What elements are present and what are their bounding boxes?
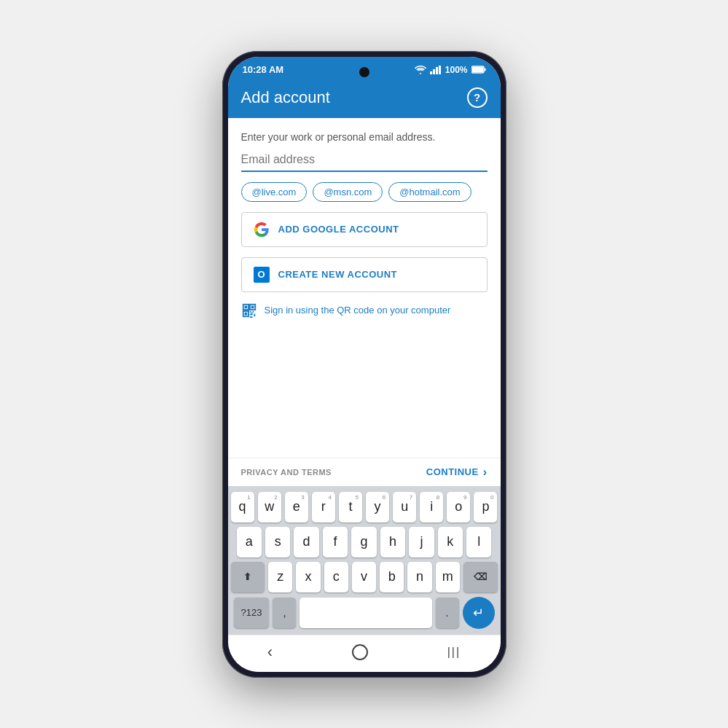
chip-live[interactable]: @live.com	[241, 182, 308, 202]
create-new-account-button[interactable]: O CREATE NEW ACCOUNT	[241, 257, 488, 292]
signal-icon	[430, 66, 442, 74]
key-r[interactable]: 4r	[312, 492, 335, 522]
keyboard-row-1: 1q 2w 3e 4r 5t 6y 7u 8i 9o 0p	[231, 492, 498, 522]
svg-rect-18	[249, 316, 252, 318]
app-bar: Add account ?	[228, 80, 501, 118]
continue-button[interactable]: CONTINUE ›	[426, 466, 488, 479]
email-input-wrapper[interactable]	[241, 153, 488, 172]
key-c[interactable]: c	[324, 562, 348, 592]
camera-notch	[359, 67, 369, 77]
key-o[interactable]: 9o	[447, 492, 470, 522]
key-d[interactable]: d	[294, 527, 318, 557]
key-j[interactable]: j	[409, 527, 434, 557]
key-t[interactable]: 5t	[339, 492, 362, 522]
svg-rect-16	[254, 313, 255, 316]
qr-signin-text: Sign in using the QR code on your comput…	[265, 305, 451, 316]
help-button[interactable]: ?	[467, 87, 488, 108]
key-y[interactable]: 6y	[366, 492, 389, 522]
svg-rect-1	[433, 69, 435, 74]
bottom-bar: PRIVACY AND TERMS CONTINUE ›	[228, 458, 501, 486]
chip-hotmail[interactable]: @hotmail.com	[388, 182, 471, 202]
email-chips: @live.com @msn.com @hotmail.com	[241, 182, 488, 202]
key-s[interactable]: s	[265, 527, 290, 557]
key-backspace[interactable]: ⌫	[463, 562, 498, 592]
key-g[interactable]: g	[351, 527, 376, 557]
status-icons: 100%	[415, 65, 486, 75]
key-v[interactable]: v	[352, 562, 376, 592]
nav-back-button[interactable]: ‹	[267, 643, 273, 662]
keyboard: 1q 2w 3e 4r 5t 6y 7u 8i 9o 0p a s d f g …	[228, 486, 501, 635]
key-comma[interactable]: ,	[273, 598, 296, 628]
svg-rect-17	[249, 313, 252, 315]
nav-recent-button[interactable]: |||	[447, 646, 461, 659]
wifi-icon	[415, 66, 426, 74]
key-b[interactable]: b	[380, 562, 404, 592]
svg-rect-5	[484, 69, 485, 71]
key-a[interactable]: a	[237, 527, 262, 557]
keyboard-row-2: a s d f g h j k l	[231, 527, 498, 557]
svg-rect-14	[252, 310, 254, 312]
chip-msn[interactable]: @msn.com	[313, 182, 383, 202]
svg-rect-10	[251, 305, 254, 308]
battery-icon	[471, 66, 486, 74]
qr-signin-row[interactable]: Sign in using the QR code on your comput…	[241, 302, 488, 318]
add-google-account-button[interactable]: ADD GOOGLE ACCOUNT	[241, 212, 488, 247]
key-k[interactable]: k	[438, 527, 463, 557]
battery-text: 100%	[445, 65, 468, 75]
key-period[interactable]: .	[436, 598, 459, 628]
content-area: Enter your work or personal email addres…	[228, 118, 501, 458]
nav-bar: ‹ |||	[228, 635, 501, 672]
key-i[interactable]: 8i	[420, 492, 443, 522]
svg-rect-15	[251, 312, 252, 313]
key-x[interactable]: x	[296, 562, 320, 592]
google-account-label: ADD GOOGLE ACCOUNT	[278, 224, 399, 235]
key-n[interactable]: n	[407, 562, 431, 592]
privacy-terms-label: PRIVACY AND TERMS	[241, 468, 332, 477]
svg-rect-6	[472, 67, 483, 72]
svg-rect-2	[436, 67, 438, 74]
key-enter[interactable]: ↵	[463, 597, 495, 629]
qr-icon	[241, 302, 257, 318]
key-h[interactable]: h	[380, 527, 405, 557]
continue-arrow: ›	[483, 466, 488, 479]
status-time: 10:28 AM	[243, 64, 284, 75]
email-input[interactable]	[241, 153, 488, 166]
phone-device: 10:28 AM 100%	[222, 51, 506, 678]
keyboard-row-3: ⬆ z x c v b n m ⌫	[231, 562, 498, 592]
svg-rect-12	[244, 312, 247, 315]
create-account-label: CREATE NEW ACCOUNT	[278, 269, 398, 280]
key-z[interactable]: z	[268, 562, 292, 592]
subtitle-text: Enter your work or personal email addres…	[241, 131, 488, 143]
continue-label: CONTINUE	[426, 466, 479, 477]
key-p[interactable]: 0p	[474, 492, 497, 522]
svg-rect-8	[244, 305, 247, 308]
key-shift[interactable]: ⬆	[231, 562, 265, 592]
key-space[interactable]	[300, 598, 431, 628]
key-q[interactable]: 1q	[231, 492, 254, 522]
key-w[interactable]: 2w	[258, 492, 281, 522]
google-icon	[254, 222, 270, 238]
svg-rect-0	[430, 71, 432, 74]
app-title: Add account	[241, 88, 330, 107]
phone-screen: 10:28 AM 100%	[228, 57, 501, 672]
outlook-icon: O	[254, 267, 270, 283]
key-l[interactable]: l	[466, 527, 491, 557]
keyboard-row-4: ?123 , . ↵	[231, 597, 498, 629]
key-m[interactable]: m	[436, 562, 460, 592]
key-u[interactable]: 7u	[393, 492, 416, 522]
svg-rect-3	[439, 66, 441, 74]
nav-home-button[interactable]	[352, 644, 368, 660]
key-symbols[interactable]: ?123	[234, 598, 270, 628]
key-f[interactable]: f	[323, 527, 348, 557]
svg-rect-13	[249, 310, 251, 312]
key-e[interactable]: 3e	[285, 492, 308, 522]
